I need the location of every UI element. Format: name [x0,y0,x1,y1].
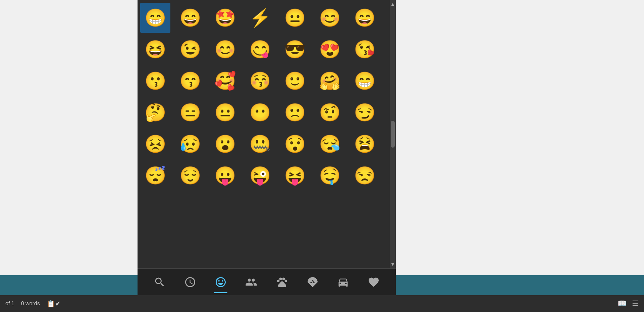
emoji-cell[interactable]: 😣 [140,129,170,159]
smiley-icon [215,276,227,288]
emoji-cell[interactable]: 😍 [315,34,345,64]
emoji-scroll-area: ▲ ▼ 😁 😄 🤩 ⚡ 😐 😊 😄 😆 😉 😊 😋 😎 😍 😘 😗 😙 [138,0,396,268]
category-people[interactable] [239,270,263,294]
svg-point-2 [282,277,285,280]
emoji-cell[interactable]: 😏 [350,97,380,127]
emoji-cell[interactable]: 😒 [350,160,380,191]
category-hearts[interactable] [362,270,385,294]
emoji-cell[interactable]: 😘 [350,34,380,64]
emoji-cell[interactable]: 😜 [245,160,275,191]
emoji-cell[interactable]: 😊 [210,34,240,64]
emoji-cell[interactable]: 🤐 [245,129,275,159]
emoji-cell[interactable]: 😶 [245,97,275,127]
emoji-cell[interactable]: 🤤 [315,160,345,191]
svg-point-0 [277,279,280,282]
emoji-cell[interactable]: 😑 [175,97,205,127]
emoji-cell[interactable]: 🤨 [315,97,345,127]
scroll-up-arrow[interactable]: ▲ [389,0,396,8]
list-view-icon[interactable]: ☰ [632,299,639,308]
category-search[interactable] [148,270,171,294]
emoji-cell[interactable]: 🤔 [140,97,170,127]
emoji-cell[interactable]: 😥 [175,129,205,159]
category-bar [138,268,396,295]
category-food[interactable] [301,270,324,294]
clock-icon [184,276,196,288]
emoji-grid: 😁 😄 🤩 ⚡ 😐 😊 😄 😆 😉 😊 😋 😎 😍 😘 😗 😙 🥰 😚 🙂 🤗 … [138,0,390,193]
emoji-cell[interactable]: 😫 [350,129,380,159]
scroll-thumb[interactable] [391,121,395,148]
people-icon [245,276,257,288]
emoji-cell[interactable]: 😌 [175,160,205,191]
emoji-cell[interactable]: 😗 [140,66,170,96]
emoji-cell[interactable]: 😐 [280,3,310,33]
paw-icon [276,276,288,288]
page-indicator: of 1 [5,301,14,307]
scroll-down-arrow[interactable]: ▼ [389,260,396,268]
emoji-cell[interactable]: 😄 [175,3,205,33]
emoji-cell[interactable]: 😚 [245,66,275,96]
category-recent[interactable] [178,270,202,294]
emoji-cell[interactable]: 😐 [210,97,240,127]
emoji-cell[interactable]: 🥰 [210,66,240,96]
emoji-cell[interactable]: 😯 [280,129,310,159]
svg-point-1 [279,277,282,280]
search-icon [154,276,166,288]
emoji-cell[interactable]: 😉 [175,34,205,64]
book-view-icon[interactable]: 📖 [618,299,627,308]
emoji-cell[interactable]: 😴 [140,160,170,191]
emoji-cell[interactable]: 😙 [175,66,205,96]
category-smileys[interactable] [209,270,232,294]
heart-icon [368,276,380,288]
emoji-cell[interactable]: 😁 [350,66,380,96]
emoji-cell[interactable]: 😝 [280,160,310,191]
emoji-cell[interactable]: 😁 [140,3,170,33]
emoji-cell[interactable]: 😮 [210,129,240,159]
emoji-cell[interactable]: 😋 [245,34,275,64]
scrollbar-track[interactable]: ▲ ▼ [390,0,396,268]
emoji-cell[interactable]: 🤩 [210,3,240,33]
emoji-cell[interactable]: 😛 [210,160,240,191]
status-bar: of 1 0 words 📋✔ 📖 ☰ [0,295,644,312]
emoji-cell[interactable]: 🙂 [280,66,310,96]
emoji-cell[interactable]: 😄 [350,3,380,33]
car-icon [337,276,349,288]
svg-point-3 [284,279,287,282]
emoji-cell[interactable]: 😆 [140,34,170,64]
emoji-cell[interactable]: 😊 [315,3,345,33]
category-animals[interactable] [270,270,294,294]
emoji-cell[interactable]: 🙁 [280,97,310,127]
category-travel[interactable] [331,270,355,294]
emoji-cell[interactable]: 😎 [280,34,310,64]
emoji-picker-panel: ▲ ▼ 😁 😄 🤩 ⚡ 😐 😊 😄 😆 😉 😊 😋 😎 😍 😘 😗 😙 [138,0,396,295]
pizza-icon [307,276,319,288]
emoji-cell[interactable]: 😪 [315,129,345,159]
layout-icon[interactable]: 📋✔ [47,300,61,308]
word-count: 0 words [21,301,40,307]
emoji-cell[interactable]: ⚡ [245,3,275,33]
emoji-cell[interactable]: 🤗 [315,66,345,96]
status-bar-right-icons: 📖 ☰ [618,299,639,308]
